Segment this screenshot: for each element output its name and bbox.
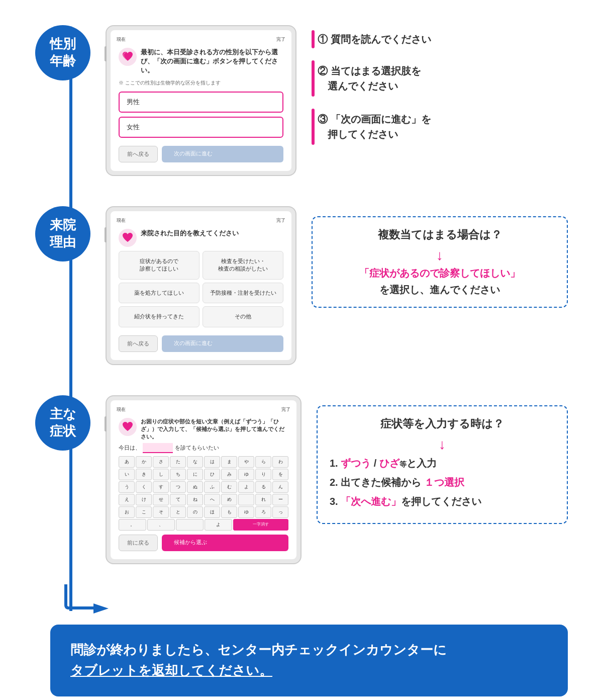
key-yo[interactable]: よ bbox=[238, 481, 254, 493]
ipad-subtitle-1: ※ ここでの性別は生物学的な区分を指します bbox=[119, 79, 283, 86]
key-wa[interactable]: わ bbox=[272, 456, 288, 468]
ipad1-next-btn[interactable]: 次の画面に進む bbox=[162, 146, 283, 162]
status-left-3: 現在 bbox=[117, 406, 126, 413]
key-tsu-small[interactable]: っ bbox=[272, 506, 288, 518]
arrow-down-2: ↓ bbox=[325, 247, 555, 264]
symptom-input-box[interactable] bbox=[143, 443, 173, 453]
key-na[interactable]: な bbox=[187, 456, 203, 468]
key-ra[interactable]: ら bbox=[255, 456, 271, 468]
key-yuu[interactable]: ゆ bbox=[238, 506, 254, 518]
key-sa[interactable]: さ bbox=[153, 456, 169, 468]
key-nu[interactable]: ぬ bbox=[187, 481, 203, 493]
ipad2-back-btn[interactable]: 前へ戻る bbox=[119, 335, 158, 352]
key-e[interactable]: え bbox=[119, 494, 135, 505]
key-ro[interactable]: ろ bbox=[255, 506, 271, 518]
key-delete[interactable]: 一字消す bbox=[233, 519, 288, 531]
ipad3-back-btn[interactable]: 前に戻る bbox=[119, 535, 158, 551]
key-hi[interactable]: ひ bbox=[204, 469, 220, 480]
dashed-box-reason: 複数当てはまる場合は？ ↓ 「症状があるので診察してほしい」 を選択し、進んでく… bbox=[312, 216, 568, 308]
key-maru[interactable]: 。 bbox=[119, 519, 146, 531]
key-sp1[interactable] bbox=[238, 494, 254, 505]
banner-line2: タブレットを返却してください。 bbox=[70, 663, 272, 678]
reason-btn-5[interactable]: その他 bbox=[203, 306, 283, 327]
key-ru[interactable]: る bbox=[255, 481, 271, 493]
reason-btn-3[interactable]: 予防接種・注射を受けたい bbox=[203, 283, 283, 303]
key-no[interactable]: の bbox=[187, 506, 203, 518]
gender-female-btn[interactable]: 女性 bbox=[119, 117, 283, 138]
key-u[interactable]: う bbox=[119, 481, 135, 493]
section-gender-age: 性別 年齢 現在 完了 bbox=[35, 25, 568, 176]
key-ta[interactable]: た bbox=[170, 456, 186, 468]
key-ka[interactable]: か bbox=[136, 456, 152, 468]
instruction-2-text: ② 当てはまる選択肢を 選んでください bbox=[318, 63, 421, 94]
symptom-item-3: 3. 「次へ進む」を押してください bbox=[330, 494, 555, 509]
section-reason: 来院 理由 現在 完了 来院 bbox=[35, 206, 568, 365]
arrow-curve bbox=[64, 584, 97, 609]
key-so[interactable]: そ bbox=[153, 506, 169, 518]
keyboard-grid: あ か さ た な は ま や ら わ い き し bbox=[119, 456, 288, 518]
bottom-banner: 問診が終わりましたら、センター内チェックインカウンターに タブレットを返却してく… bbox=[50, 625, 568, 696]
key-ni[interactable]: に bbox=[187, 469, 203, 480]
key-te[interactable]: て bbox=[170, 494, 186, 505]
key-mu[interactable]: む bbox=[221, 481, 237, 493]
key-re[interactable]: れ bbox=[255, 494, 271, 505]
bottom-banner-text: 問診が終わりましたら、センター内チェックインカウンターに タブレットを返却してく… bbox=[70, 640, 548, 681]
key-mo[interactable]: も bbox=[221, 506, 237, 518]
symptom-list: 1. ずつう / ひざ等と入力 2. 出てきた候補から １つ選択 3. 「次へ進… bbox=[330, 456, 555, 509]
key-si[interactable]: し bbox=[153, 469, 169, 480]
key-dash[interactable]: ー bbox=[272, 494, 288, 505]
status-right-2: 完了 bbox=[276, 217, 285, 224]
key-to[interactable]: と bbox=[170, 506, 186, 518]
key-ya[interactable]: や bbox=[238, 456, 254, 468]
key-wo[interactable]: を bbox=[272, 469, 288, 480]
circle-reason: 来院 理由 bbox=[35, 206, 90, 261]
key-su[interactable]: す bbox=[153, 481, 169, 493]
key-ne[interactable]: ね bbox=[187, 494, 203, 505]
symptom-input-row: 今日は、 を診てもらいたい bbox=[119, 443, 288, 453]
ipad-title-3: お困りの症状や部位を短い文章（例えば「ずつう」「ひざ」）で入力して、「候補から選… bbox=[141, 418, 288, 441]
key-ko[interactable]: こ bbox=[136, 506, 152, 518]
ipad1-back-btn[interactable]: 前へ戻る bbox=[119, 146, 158, 162]
key-a[interactable]: あ bbox=[119, 456, 135, 468]
key-ke[interactable]: け bbox=[136, 494, 152, 505]
ipad-mockup-3: 現在 完了 お困りの症状や部位を短い文章（例えば「ずつう」「ひざ」）で入力して、… bbox=[106, 395, 301, 564]
key-ku[interactable]: く bbox=[136, 481, 152, 493]
symptom-dashed-title: 症状等を入力する時は？ bbox=[330, 416, 555, 431]
key-tsu[interactable]: つ bbox=[170, 481, 186, 493]
key-he[interactable]: へ bbox=[204, 494, 220, 505]
svg-marker-3 bbox=[93, 603, 109, 614]
ipad-title-2: 来院された目的を教えてください bbox=[141, 229, 239, 238]
reason-btn-0[interactable]: 症状があるので 診察してほしい bbox=[119, 251, 199, 280]
reason-btn-2[interactable]: 薬を処方してほしい bbox=[119, 283, 199, 303]
key-fu[interactable]: ふ bbox=[204, 481, 220, 493]
instruction-1-text: ① 質問を読んでください bbox=[318, 32, 431, 47]
instructions-1: ① 質問を読んでください ② 当てはまる選択肢を 選んでください ③ 「次の画面… bbox=[312, 25, 568, 145]
symptom-item-1: 1. ずつう / ひざ等と入力 bbox=[330, 456, 555, 471]
key-ha[interactable]: は bbox=[204, 456, 220, 468]
key-mi[interactable]: み bbox=[221, 469, 237, 480]
key-se[interactable]: せ bbox=[153, 494, 169, 505]
symptom-prefix: 今日は、 bbox=[119, 444, 141, 452]
key-o[interactable]: お bbox=[119, 506, 135, 518]
key-ten[interactable]: 、 bbox=[147, 519, 175, 531]
arrow-head bbox=[93, 603, 109, 616]
key-me[interactable]: め bbox=[221, 494, 237, 505]
status-left-2: 現在 bbox=[117, 217, 126, 224]
reason-btn-1[interactable]: 検査を受けたい・ 検査の相談がしたい bbox=[203, 251, 283, 280]
key-space[interactable] bbox=[176, 519, 204, 531]
circle-symptom: 主な 症状 bbox=[35, 395, 90, 451]
key-i[interactable]: い bbox=[119, 469, 135, 480]
ipad3-next-btn[interactable]: 候補から選ぶ bbox=[162, 535, 288, 551]
key-ho[interactable]: ほ bbox=[204, 506, 220, 518]
key-ma[interactable]: ま bbox=[221, 456, 237, 468]
gender-male-btn[interactable]: 男性 bbox=[119, 92, 283, 113]
ipad2-next-btn[interactable]: 次の画面に進む bbox=[162, 335, 283, 352]
key-yo-sp[interactable]: よ bbox=[205, 519, 232, 531]
key-ki[interactable]: き bbox=[136, 469, 152, 480]
key-ri[interactable]: り bbox=[255, 469, 271, 480]
key-n[interactable]: ん bbox=[272, 481, 288, 493]
key-chi[interactable]: ち bbox=[170, 469, 186, 480]
reason-btn-4[interactable]: 紹介状を持ってきた bbox=[119, 306, 199, 327]
section-symptom: 主な 症状 現在 完了 お困 bbox=[35, 395, 568, 564]
key-yu[interactable]: ゆ bbox=[238, 469, 254, 480]
